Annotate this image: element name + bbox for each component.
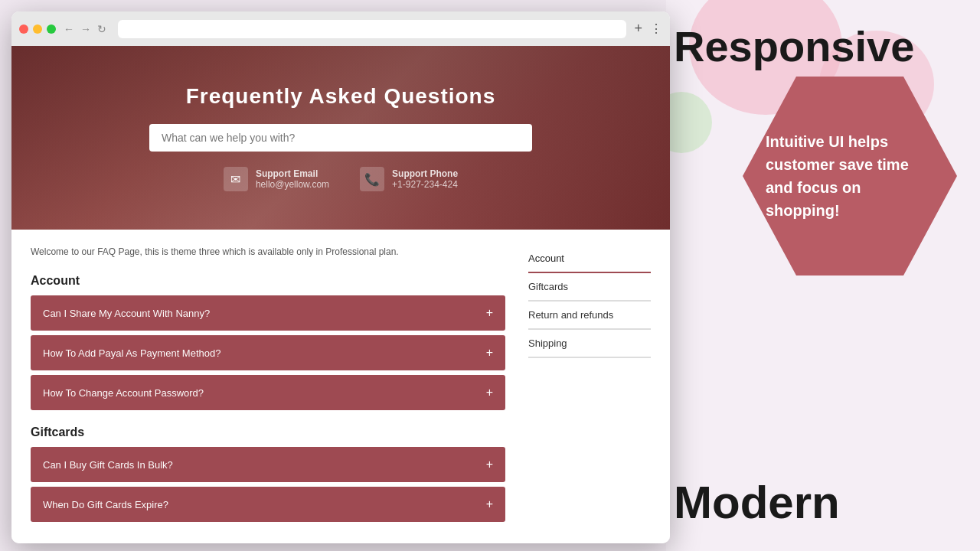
faq-plus-icon: + [486,497,493,511]
welcome-text: Welcome to our FAQ Page, this is theme t… [31,245,505,259]
hero-title: Frequently Asked Questions [186,84,496,109]
email-icon: ✉ [224,167,248,191]
main-content: Welcome to our FAQ Page, this is theme t… [31,245,505,537]
traffic-light-red[interactable] [19,24,28,34]
faq-item-label: Can I Share My Account With Nanny? [43,308,210,319]
support-phone-item: 📞 Support Phone +1-927-234-424 [360,167,458,191]
faq-section-title-1: Giftcards [31,425,505,439]
back-button[interactable]: ← [64,23,74,35]
hexagon: Intuitive UI helps customer save time an… [743,77,957,276]
refresh-button[interactable]: ↻ [97,23,106,35]
faq-sections: AccountCan I Share My Account With Nanny… [31,274,505,522]
faq-plus-icon: + [486,386,493,399]
support-phone-value: +1-927-234-424 [392,179,458,190]
support-email-item: ✉ Support Email hello@yellow.com [224,167,329,191]
support-phone-info: Support Phone +1-927-234-424 [392,168,458,190]
faq-item-label: Can I Buy Gift Cards In Bulk? [43,459,173,471]
faq-item-0-2[interactable]: How To Change Account Password?+ [31,375,505,410]
support-email-label: Support Email [256,168,329,179]
faq-item-label: When Do Gift Cards Expire? [43,499,168,510]
browser-chrome: ← → ↻ + ⋮ [11,11,670,46]
address-bar[interactable] [118,20,626,38]
hero-section: Frequently Asked Questions ✉ Support Ema… [11,46,670,230]
faq-item-1-1[interactable]: When Do Gift Cards Expire?+ [31,487,505,522]
sidebar-nav: AccountGiftcardsReturn and refundsShippi… [528,245,651,537]
traffic-lights [19,24,56,34]
modern-label: Modern [674,478,965,528]
faq-item-label: How To Add Payal As Payment Method? [43,347,220,359]
browser-window: ← → ↻ + ⋮ Frequently Asked Questions ✉ S… [11,11,670,543]
sidebar-nav-item-2[interactable]: Return and refunds [528,302,651,330]
hero-contacts: ✉ Support Email hello@yellow.com 📞 Suppo… [224,167,458,191]
support-email-info: Support Email hello@yellow.com [256,168,329,190]
browser-menu-button[interactable]: ⋮ [650,21,662,36]
support-email-value: hello@yellow.com [256,179,329,190]
content-area: Welcome to our FAQ Page, this is theme t… [11,230,670,543]
sidebar-nav-item-1[interactable]: Giftcards [528,273,651,302]
faq-item-1-0[interactable]: Can I Buy Gift Cards In Bulk?+ [31,447,505,482]
phone-icon: 📞 [360,167,384,191]
hexagon-container: Intuitive UI helps customer save time an… [743,77,957,276]
traffic-light-yellow[interactable] [33,24,42,34]
sidebar-nav-item-3[interactable]: Shipping [528,330,651,358]
traffic-light-green[interactable] [47,24,56,34]
faq-item-label: How To Change Account Password? [43,387,204,399]
search-input[interactable] [149,124,532,152]
responsive-label: Responsive [674,23,965,70]
faq-item-0-0[interactable]: Can I Share My Account With Nanny?+ [31,295,505,331]
sidebar-items: AccountGiftcardsReturn and refundsShippi… [528,245,651,358]
faq-item-0-1[interactable]: How To Add Payal As Payment Method?+ [31,335,505,370]
browser-content: Frequently Asked Questions ✉ Support Ema… [11,46,670,543]
new-tab-button[interactable]: + [634,21,642,37]
faq-section-1: GiftcardsCan I Buy Gift Cards In Bulk?+W… [31,425,505,522]
faq-section-title-0: Account [31,274,505,288]
support-phone-label: Support Phone [392,168,458,179]
faq-plus-icon: + [486,306,493,320]
faq-section-0: AccountCan I Share My Account With Nanny… [31,274,505,410]
hexagon-text: Intuitive UI helps customer save time an… [766,130,934,222]
sidebar-nav-item-0[interactable]: Account [528,245,651,273]
faq-plus-icon: + [486,458,493,471]
faq-plus-icon: + [486,346,493,360]
nav-buttons: ← → ↻ [64,23,106,35]
forward-button[interactable]: → [80,23,91,35]
